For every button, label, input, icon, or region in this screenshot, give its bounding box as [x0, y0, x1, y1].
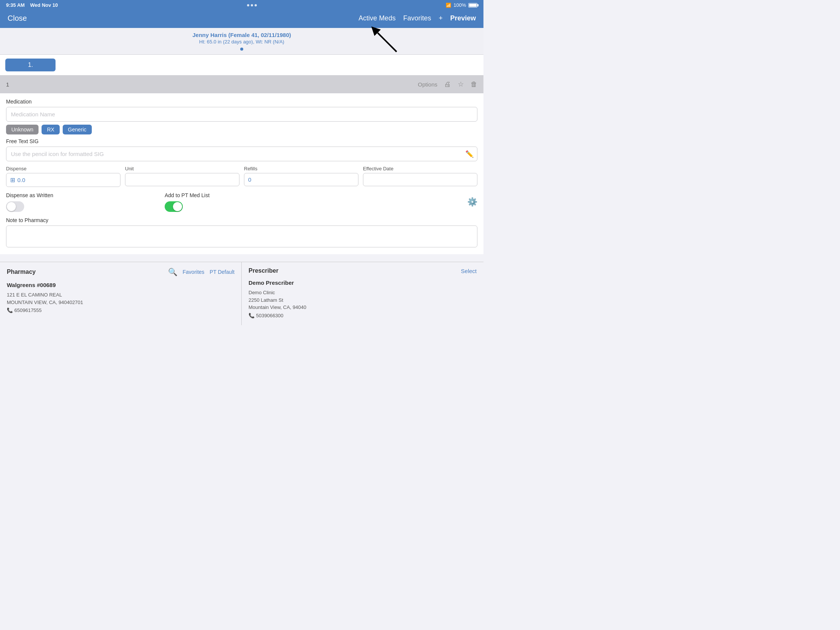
status-bar: 9:35 AM Wed Nov 10 📶 100% [0, 0, 483, 10]
refills-label: Refills [244, 166, 358, 172]
pharmacy-phone: 📞 6509617555 [7, 308, 235, 313]
nav-bar: Close Active Meds Favorites + Preview [0, 10, 483, 28]
rx-number-row: 1. [0, 55, 483, 75]
fields-grid: Dispense ⊞ 0.0 Unit Refills Effective Da… [6, 166, 477, 187]
refills-input[interactable] [244, 173, 358, 186]
add-to-pt-med-list-label: Add to PT Med List [165, 192, 319, 198]
pharmacy-panel: Pharmacy 🔍 Favorites PT Default Walgreen… [0, 262, 242, 325]
options-button[interactable]: Options [418, 81, 437, 88]
wifi-icon: 📶 [446, 3, 452, 8]
unit-group: Unit [125, 166, 240, 187]
patient-vitals: Ht: 65.0 in (22 days ago), Wt: NR (N/A) [4, 39, 480, 44]
refills-group: Refills [244, 166, 358, 187]
prescriber-clinic: Demo Clinic2250 Latham StMountain View, … [248, 289, 477, 311]
unknown-button[interactable]: Unknown [6, 125, 38, 134]
dispense-group: Dispense ⊞ 0.0 [6, 166, 120, 187]
pharmacy-actions: 🔍 Favorites PT Default [168, 267, 235, 276]
pharmacy-pt-default-button[interactable]: PT Default [210, 269, 235, 275]
dispense-value: 0.0 [17, 177, 25, 183]
form-area: Medication Unknown RX Generic Free Text … [0, 93, 483, 254]
sig-label: Free Text SIG [6, 138, 477, 144]
prescriber-phone-number: 5039066300 [256, 313, 283, 318]
add-button[interactable]: + [439, 14, 443, 22]
pharmacy-header: Pharmacy 🔍 Favorites PT Default [7, 267, 235, 276]
prescriber-name: Demo Prescriber [248, 279, 477, 286]
pharmacy-search-icon[interactable]: 🔍 [168, 267, 177, 276]
effective-date-label: Effective Date [363, 166, 477, 172]
pharmacy-phone-number: 6509617555 [14, 308, 41, 313]
sig-input-row: ✏️ [6, 147, 477, 161]
pharmacy-name: Walgreens #00689 [7, 282, 235, 288]
unit-label: Unit [125, 166, 240, 172]
prescriber-header: Prescriber Select [248, 267, 477, 274]
status-right: 📶 100% [446, 2, 477, 8]
pharmacy-address: 121 E EL CAMINO REAL MOUNTAIN VIEW, CA, … [7, 291, 235, 306]
pharmacy-address2: MOUNTAIN VIEW, CA, 940402701 [7, 300, 83, 305]
effective-date-input[interactable] [363, 173, 477, 186]
pharmacy-address1: 121 E EL CAMINO REAL [7, 292, 62, 298]
medication-label: Medication [6, 99, 477, 105]
battery-percent: 100% [454, 2, 466, 8]
dispense-as-written-group: Dispense as Written [6, 192, 160, 212]
dispense-input[interactable]: ⊞ 0.0 [6, 173, 120, 187]
add-to-pt-med-list-toggle[interactable] [165, 201, 183, 212]
battery-icon [468, 3, 477, 8]
status-center-dots [247, 4, 257, 6]
note-to-pharmacy-input[interactable] [6, 226, 477, 247]
note-label: Note to Pharmacy [6, 217, 477, 223]
generic-button[interactable]: Generic [63, 125, 92, 134]
prescriber-panel: Prescriber Select Demo Prescriber Demo C… [242, 262, 483, 325]
phone-icon: 📞 [7, 308, 13, 313]
unit-input[interactable] [125, 173, 240, 186]
pharmacy-favorites-button[interactable]: Favorites [183, 269, 205, 275]
trash-icon[interactable]: 🗑 [471, 81, 477, 88]
section-number: 1 [6, 81, 9, 88]
med-type-buttons: Unknown RX Generic [6, 125, 477, 134]
status-date: Wed Nov 10 [30, 2, 58, 8]
page-dot-1 [240, 47, 243, 51]
pharmacy-title: Pharmacy [7, 268, 36, 275]
medication-input[interactable] [6, 107, 477, 122]
close-button[interactable]: Close [8, 14, 27, 23]
nav-right-actions: Active Meds Favorites + Preview [358, 14, 476, 22]
sig-input[interactable] [6, 147, 477, 161]
prescriber-phone-icon: 📞 [248, 313, 254, 318]
add-to-pt-med-list-group: Add to PT Med List [165, 192, 319, 212]
effective-date-group: Effective Date [363, 166, 477, 187]
settings-icon[interactable]: ⚙️ [323, 197, 477, 207]
dispense-label: Dispense [6, 166, 120, 172]
rx-badge[interactable]: 1. [5, 58, 55, 71]
status-time: 9:35 AM [6, 2, 25, 8]
print-icon[interactable]: 🖨 [444, 81, 451, 88]
prescriber-phone: 📞 5039066300 [248, 313, 477, 318]
section-header: 1 Options 🖨 ☆ 🗑 [0, 75, 483, 93]
toggle-row: Dispense as Written Add to PT Med List ⚙… [6, 192, 477, 212]
active-meds-button[interactable]: Active Meds [358, 14, 395, 22]
star-icon[interactable]: ☆ [458, 80, 464, 88]
dispense-as-written-label: Dispense as Written [6, 192, 160, 198]
dispense-as-written-toggle[interactable] [6, 201, 24, 212]
prescriber-title: Prescriber [248, 267, 278, 274]
pencil-icon[interactable]: ✏️ [465, 150, 474, 158]
bottom-area: Pharmacy 🔍 Favorites PT Default Walgreen… [0, 262, 483, 325]
section-actions: Options 🖨 ☆ 🗑 [418, 80, 477, 88]
patient-banner: Jenny Harris (Female 41, 02/11/1980) Ht:… [0, 28, 483, 55]
rx-button[interactable]: RX [41, 125, 59, 134]
page-indicator [4, 47, 480, 51]
preview-button[interactable]: Preview [450, 14, 476, 22]
calculator-icon: ⊞ [10, 176, 15, 183]
favorites-nav-button[interactable]: Favorites [403, 14, 431, 22]
prescriber-select-button[interactable]: Select [461, 268, 477, 274]
patient-name: Jenny Harris (Female 41, 02/11/1980) [4, 32, 480, 38]
